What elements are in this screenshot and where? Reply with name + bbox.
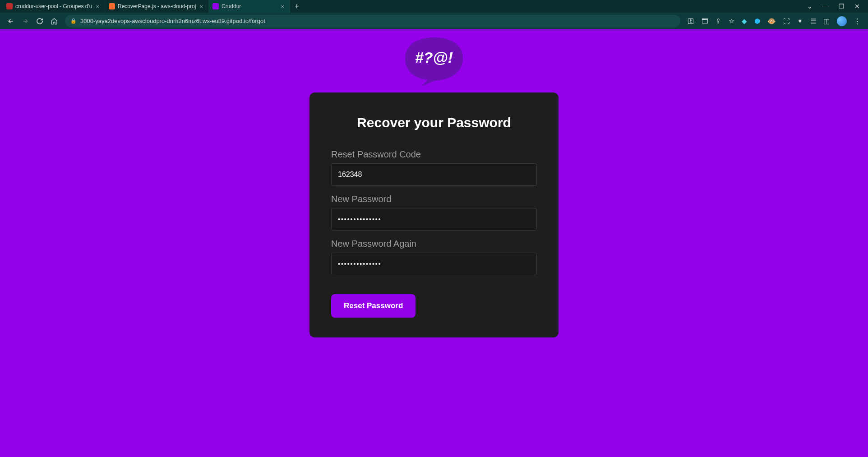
url-text: 3000-yaya2devops-awscloudpro-dnrh2n6mz6t… [80, 18, 265, 24]
close-icon[interactable]: × [280, 3, 285, 10]
minimize-icon[interactable]: ― [822, 3, 829, 10]
kebab-menu-icon[interactable]: ⋮ [854, 17, 861, 25]
reset-password-button[interactable]: Reset Password [331, 294, 416, 318]
puzzle-icon[interactable]: ✦ [797, 17, 803, 25]
maximize-icon[interactable]: ❐ [839, 3, 845, 10]
crop-icon[interactable]: ⛶ [783, 17, 790, 25]
tab-title: cruddur-user-pool - Groupes d'u [15, 3, 92, 9]
window-controls: ⌄ ― ❐ ✕ [807, 3, 868, 10]
card-heading: Recover your Password [331, 115, 537, 130]
reset-code-input[interactable] [331, 163, 537, 186]
favicon-cruddur [212, 3, 219, 9]
tab-cruddur[interactable]: Cruddur × [209, 0, 290, 13]
profile-avatar[interactable] [837, 16, 847, 26]
tab-gitpod[interactable]: RecoverPage.js - aws-cloud-proj × [105, 0, 209, 13]
ext-icon-2[interactable]: ⬢ [754, 17, 760, 25]
side-panel-icon[interactable]: ◫ [823, 17, 830, 25]
chevron-down-icon[interactable]: ⌄ [807, 3, 813, 10]
lock-icon: 🔒 [70, 18, 77, 24]
back-button[interactable] [5, 15, 17, 28]
field-new-password: New Password [331, 194, 537, 231]
tab-bar: cruddur-user-pool - Groupes d'u × Recove… [0, 0, 868, 13]
ext-icon-3[interactable]: 🐵 [767, 17, 776, 25]
new-password-label: New Password [331, 194, 537, 204]
toolbar-icons: ⚿ 🗔 ⇪ ☆ ◆ ⬢ 🐵 ⛶ ✦ ☰ ◫ ⋮ [685, 16, 863, 26]
new-password-again-input[interactable] [331, 253, 537, 275]
new-tab-button[interactable]: + [290, 2, 303, 10]
field-reset-code: Reset Password Code [331, 149, 537, 186]
page-content: #?@! Recover your Password Reset Passwor… [0, 29, 868, 457]
recover-password-card: Recover your Password Reset Password Cod… [309, 92, 559, 337]
tab-title: RecoverPage.js - aws-cloud-proj [118, 3, 196, 9]
bookmark-icon[interactable]: ☆ [729, 17, 734, 25]
reload-button[interactable] [33, 15, 46, 28]
new-password-again-label: New Password Again [331, 239, 537, 249]
tab-title: Cruddur [222, 3, 277, 9]
new-password-input[interactable] [331, 208, 537, 231]
cruddur-logo: #?@! [402, 35, 466, 88]
key-icon[interactable]: ⚿ [688, 17, 694, 25]
url-input[interactable]: 🔒 3000-yaya2devops-awscloudpro-dnrh2n6mz… [65, 15, 680, 28]
translate-icon[interactable]: 🗔 [702, 17, 708, 25]
reading-list-icon[interactable]: ☰ [810, 17, 816, 25]
close-window-icon[interactable]: ✕ [854, 3, 860, 10]
close-icon[interactable]: × [199, 3, 204, 10]
reset-code-label: Reset Password Code [331, 149, 537, 160]
browser-chrome: cruddur-user-pool - Groupes d'u × Recove… [0, 0, 868, 29]
favicon-aws [6, 3, 13, 9]
tab-aws[interactable]: cruddur-user-pool - Groupes d'u × [3, 0, 105, 13]
field-new-password-again: New Password Again [331, 239, 537, 275]
svg-text:#?@!: #?@! [415, 49, 453, 66]
home-button[interactable] [48, 15, 60, 28]
close-icon[interactable]: × [95, 3, 100, 10]
share-icon[interactable]: ⇪ [716, 17, 721, 25]
ext-icon-1[interactable]: ◆ [742, 17, 747, 25]
address-bar: 🔒 3000-yaya2devops-awscloudpro-dnrh2n6mz… [0, 13, 868, 29]
forward-button[interactable] [19, 15, 32, 28]
favicon-gitpod [109, 3, 115, 9]
